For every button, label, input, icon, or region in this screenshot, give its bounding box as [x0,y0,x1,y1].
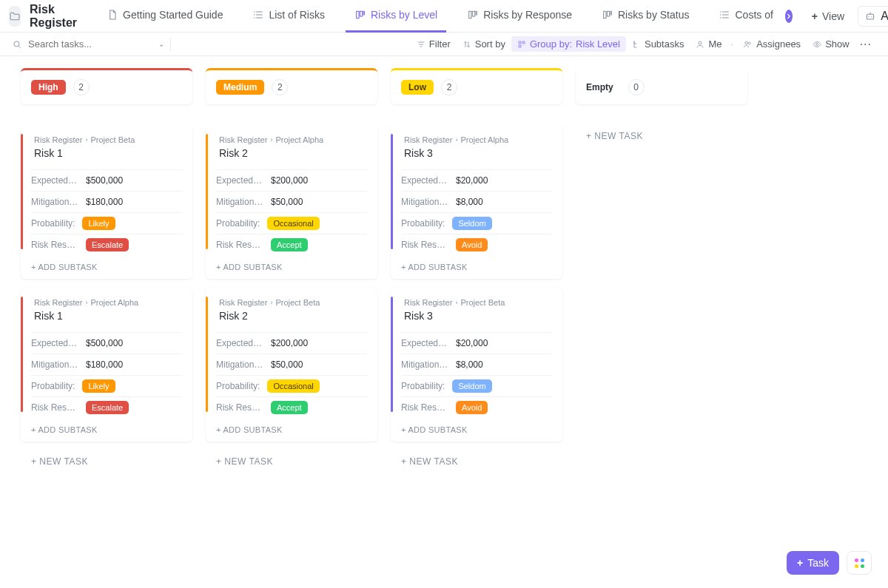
response-tag: Accept [271,238,308,251]
svg-rect-15 [867,14,873,19]
svg-point-16 [868,16,869,17]
card-title: Risk 1 [31,147,182,159]
new-task-button[interactable]: + NEW TASK [576,125,747,147]
view-label: View [822,10,844,22]
task-card[interactable]: Risk Register›Project BetaRisk 3Expected… [391,288,562,442]
tab-risks-by-level[interactable]: Risks by Level [346,0,446,33]
show-button[interactable]: Show [807,36,855,52]
probability-tag: Likely [82,217,115,230]
field-label: Expected C... [216,175,263,186]
column-header[interactable]: High2 [21,68,192,104]
breadcrumb[interactable]: Risk Register›Project Alpha [31,298,182,307]
task-card[interactable]: Risk Register›Project AlphaRisk 1Expecte… [21,288,192,442]
page-icon[interactable] [9,6,21,27]
board-icon [602,9,613,21]
tab-list-of-risks[interactable]: List of Risks [243,0,333,33]
probability-tag: Seldom [452,217,491,230]
field-value: Seldom [445,381,552,391]
svg-rect-7 [473,11,475,16]
group-value: Risk Level [576,38,620,50]
svg-point-17 [871,16,872,17]
chevron-down-icon[interactable]: ⌄ [158,40,164,48]
tab-label: List of Risks [269,9,324,21]
field-row: Probability:Seldom [401,375,552,396]
filter-icon [417,40,426,49]
breadcrumb[interactable]: Risk Register›Project Beta [31,135,182,144]
task-card[interactable]: Risk Register›Project BetaRisk 2Expected… [206,288,377,442]
svg-rect-10 [607,11,609,16]
search-input[interactable] [28,38,152,50]
toolbar: ⌄ Filter Sort by Group by: Risk Level Su… [0,33,888,56]
chevron-right-icon [785,13,793,20]
separator: · [728,38,737,50]
breadcrumb[interactable]: Risk Register›Project Beta [216,298,367,307]
show-label: Show [825,38,850,50]
column-pill: Empty [586,80,621,95]
field-label: Risk Respo... [401,402,448,413]
task-card[interactable]: Risk Register›Project AlphaRisk 3Expecte… [391,125,562,279]
filter-label: Filter [429,38,451,50]
field-label: Expected C... [401,175,448,186]
new-task-button[interactable]: + NEW TASK [21,450,192,473]
probability-tag: Occasional [267,379,319,393]
add-subtask-button[interactable]: + ADD SUBTASK [401,255,552,279]
task-card[interactable]: Risk Register›Project BetaRisk 1Expected… [21,125,192,279]
subtasks-button[interactable]: Subtasks [626,36,690,52]
more-menu[interactable]: ··· [855,35,876,54]
probability-tag: Occasional [267,217,319,230]
field-label: Risk Respo... [216,402,263,413]
group-by-button[interactable]: Group by: Risk Level [511,36,626,52]
tab-risks-by-status[interactable]: Risks by Status [593,0,698,33]
tab-label: Getting Started Guide [123,9,223,21]
field-row: Probability:Likely [31,212,182,234]
svg-point-21 [14,41,19,46]
field-row: Mitigation ...$8,000 [401,354,552,375]
add-subtask-button[interactable]: + ADD SUBTASK [31,255,182,279]
automate-button[interactable]: Automate ⌄ [858,6,888,27]
add-subtask-button[interactable]: + ADD SUBTASK [401,418,552,442]
tab-costs-of[interactable]: Costs of [710,0,781,33]
column-header[interactable]: Low2 [391,68,562,104]
svg-rect-22 [519,41,521,44]
svg-point-0 [254,11,255,12]
task-card[interactable]: Risk Register›Project AlphaRisk 2Expecte… [206,125,377,279]
sort-button[interactable]: Sort by [457,36,511,52]
field-label: Risk Respo... [31,402,78,413]
add-subtask-button[interactable]: + ADD SUBTASK [216,418,367,442]
field-row: Risk Respo...Accept [216,396,367,418]
sort-label: Sort by [475,38,505,50]
add-view-button[interactable]: + View [804,7,852,26]
topbar: Risk Register Getting Started GuideList … [0,0,888,33]
response-tag: Avoid [456,401,488,414]
tab-risks-by-response[interactable]: Risks by Response [458,0,581,33]
field-label: Probability: [31,218,75,229]
tab-getting-started-guide[interactable]: Getting Started Guide [98,0,232,33]
field-row: Expected C...$200,000 [216,169,367,191]
column-header[interactable]: Empty0 [576,68,747,104]
svg-point-13 [720,14,721,15]
breadcrumb[interactable]: Risk Register›Project Alpha [401,135,552,144]
search-icon[interactable] [12,39,22,50]
assignees-label: Assignees [756,38,801,50]
new-task-button[interactable]: + NEW TASK [206,450,377,473]
filter-button[interactable]: Filter [411,36,457,52]
me-button[interactable]: Me [690,36,727,52]
field-row: Mitigation ...$180,000 [31,354,182,375]
breadcrumb[interactable]: Risk Register›Project Beta [401,298,552,307]
add-subtask-button[interactable]: + ADD SUBTASK [216,255,367,279]
field-value: $200,000 [263,175,367,186]
column-count: 2 [73,79,90,95]
svg-rect-4 [360,11,362,16]
tabs-scroll-right[interactable] [785,10,793,23]
new-task-button[interactable]: + NEW TASK [391,450,562,473]
response-tag: Avoid [456,238,488,251]
list-icon [719,9,730,21]
page-title[interactable]: Risk Register [30,3,77,30]
breadcrumb[interactable]: Risk Register›Project Alpha [216,135,367,144]
response-tag: Accept [271,401,308,414]
column-header[interactable]: Medium2 [206,68,377,104]
assignees-button[interactable]: Assignees [736,36,807,52]
add-subtask-button[interactable]: + ADD SUBTASK [31,418,182,442]
svg-rect-8 [476,11,477,15]
people-icon [742,40,753,49]
